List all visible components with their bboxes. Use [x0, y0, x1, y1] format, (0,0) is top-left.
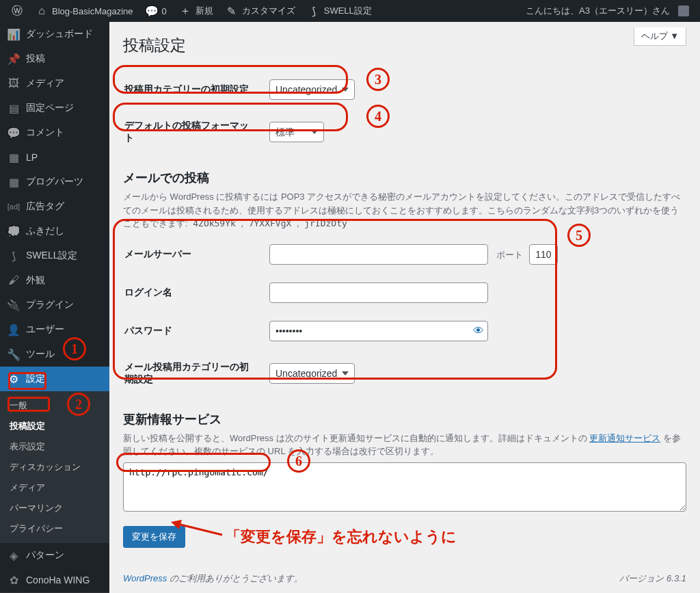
menu-media[interactable]: 🖼メディア	[0, 71, 109, 96]
swell-icon: ⟆	[7, 249, 21, 263]
update-service-link[interactable]: 更新通知サービス	[589, 433, 660, 443]
submenu-general[interactable]: 一般	[0, 395, 109, 416]
greeting[interactable]: こんにちは、A3（エースリー）さん	[520, 0, 695, 22]
dashboard-icon: 📊	[7, 27, 21, 41]
port-label: ポート	[496, 250, 523, 260]
pin-icon: 📌	[7, 52, 21, 66]
menu-appearance[interactable]: 🖌外観	[0, 268, 109, 293]
admin-sidebar: 📊ダッシュボード 📌投稿 🖼メディア ▤固定ページ 💬コメント ▦LP ▦ブログ…	[0, 22, 109, 593]
users-icon: 👤	[7, 323, 21, 337]
swell-icon: ⟆	[308, 5, 320, 17]
default-format-select[interactable]: 標準	[269, 122, 324, 142]
menu-tools[interactable]: 🔧ツール	[0, 342, 109, 367]
brush-icon: 🖌	[7, 274, 21, 287]
swell-link[interactable]: ⟆SWELL設定	[302, 0, 377, 22]
settings-submenu: 一般 投稿設定 表示設定 ディスカッション メディア パーマリンク プライバシー	[0, 391, 109, 543]
mail-section-desc: メールから WordPress に投稿するには POP3 アクセスができる秘密の…	[123, 190, 686, 230]
password-label: パスワード	[124, 313, 261, 350]
mail-category-label: メール投稿用カテゴリーの初期設定	[124, 351, 261, 396]
comment-icon: 💬	[146, 5, 158, 17]
menu-swell[interactable]: ⟆SWELL設定	[0, 243, 109, 268]
content-area: 投稿設定 投稿用カテゴリーの初期設定 Uncategorized デフォルトの投…	[109, 22, 700, 593]
submenu-writing[interactable]: 投稿設定	[0, 416, 109, 436]
page-title: 投稿設定	[123, 29, 686, 70]
menu-comments[interactable]: 💬コメント	[0, 120, 109, 145]
port-input[interactable]	[529, 244, 558, 265]
site-name-link[interactable]: ⌂Blog-BasicMagazine	[30, 0, 139, 22]
customize-link[interactable]: ✎カスタマイズ	[220, 0, 301, 22]
menu-conoha[interactable]: ✿ConoHa WING	[0, 568, 109, 592]
wp-logo[interactable]: ⓦ	[5, 0, 29, 22]
menu-settings[interactable]: ⚙設定	[0, 367, 109, 391]
plus-icon: ＋	[179, 5, 191, 17]
mail-server-input[interactable]	[269, 244, 488, 265]
menu-blogparts[interactable]: ▦ブログパーツ	[0, 170, 109, 194]
brush-icon: ✎	[226, 5, 238, 17]
lp-icon: ▦	[7, 150, 21, 164]
default-format-label: デフォルトの投稿フォーマット	[124, 109, 261, 155]
save-button[interactable]: 変更を保存	[123, 526, 185, 548]
plugin-icon: 🔌	[7, 298, 21, 312]
new-link[interactable]: ＋新規	[174, 0, 219, 22]
submenu-permalink[interactable]: パーマリンク	[0, 498, 109, 518]
conoha-icon: ✿	[7, 573, 21, 587]
footer: WordPress のご利用ありがとうございます。 バージョン 6.3.1	[109, 564, 700, 593]
gear-icon: ⚙	[7, 372, 21, 386]
menu-fukidashi[interactable]: 💭ふきだし	[0, 219, 109, 243]
wordpress-icon: ⓦ	[11, 5, 23, 17]
avatar-icon	[678, 5, 689, 16]
default-category-label: 投稿用カテゴリーの初期設定	[124, 71, 261, 108]
wp-thanks-link[interactable]: WordPress	[123, 573, 167, 583]
menu-users[interactable]: 👤ユーザー	[0, 317, 109, 342]
rand-string-1: 4ZOk59Yk	[190, 217, 239, 230]
menu-plugins[interactable]: 🔌プラグイン	[0, 293, 109, 317]
password-input[interactable]	[269, 321, 488, 341]
login-input[interactable]	[269, 282, 488, 303]
menu-adtag[interactable]: [ad]広告タグ	[0, 194, 109, 219]
home-icon: ⌂	[36, 5, 48, 17]
menu-lp[interactable]: ▦LP	[0, 145, 109, 170]
admin-bar: ⓦ ⌂Blog-BasicMagazine 💬0 ＋新規 ✎カスタマイズ ⟆SW…	[0, 0, 700, 22]
menu-patterns[interactable]: ◈パターン	[0, 543, 109, 568]
adtag-icon: [ad]	[7, 200, 21, 213]
login-label: ログイン名	[124, 274, 261, 311]
speech-icon: 💭	[7, 224, 21, 238]
default-category-select[interactable]: Uncategorized	[269, 79, 355, 100]
ping-textarea[interactable]: http://rpc.pingomatic.com/	[123, 462, 686, 512]
page-icon: ▤	[7, 101, 21, 115]
rand-string-2: 7YXXFVgX	[246, 217, 295, 230]
mail-server-label: メールサーバー	[124, 236, 261, 273]
submenu-media[interactable]: メディア	[0, 477, 109, 498]
media-icon: 🖼	[7, 77, 21, 90]
menu-dashboard[interactable]: 📊ダッシュボード	[0, 22, 109, 47]
comment-icon: 💬	[7, 126, 21, 140]
show-password-icon[interactable]: 👁	[473, 325, 484, 337]
comments-link[interactable]: 💬0	[140, 0, 172, 22]
version-text: バージョン 6.3.1	[619, 572, 686, 585]
mail-category-select[interactable]: Uncategorized	[269, 363, 355, 384]
blogparts-icon: ▦	[7, 175, 21, 189]
update-section-title: 更新情報サービス	[123, 411, 686, 427]
comments-count: 0	[162, 6, 167, 16]
patterns-icon: ◈	[7, 549, 21, 562]
mail-section-title: メールでの投稿	[123, 170, 686, 186]
site-name: Blog-BasicMagazine	[52, 6, 133, 16]
tools-icon: 🔧	[7, 347, 21, 361]
update-section-desc: 新しい投稿を公開すると、WordPress は次のサイト更新通知サービスに自動的…	[123, 432, 686, 458]
rand-string-3: jrIDzOty	[301, 217, 350, 230]
menu-posts[interactable]: 📌投稿	[0, 47, 109, 71]
submenu-privacy[interactable]: プライバシー	[0, 518, 109, 539]
submenu-discussion[interactable]: ディスカッション	[0, 457, 109, 477]
menu-pages[interactable]: ▤固定ページ	[0, 96, 109, 120]
submenu-reading[interactable]: 表示設定	[0, 436, 109, 457]
